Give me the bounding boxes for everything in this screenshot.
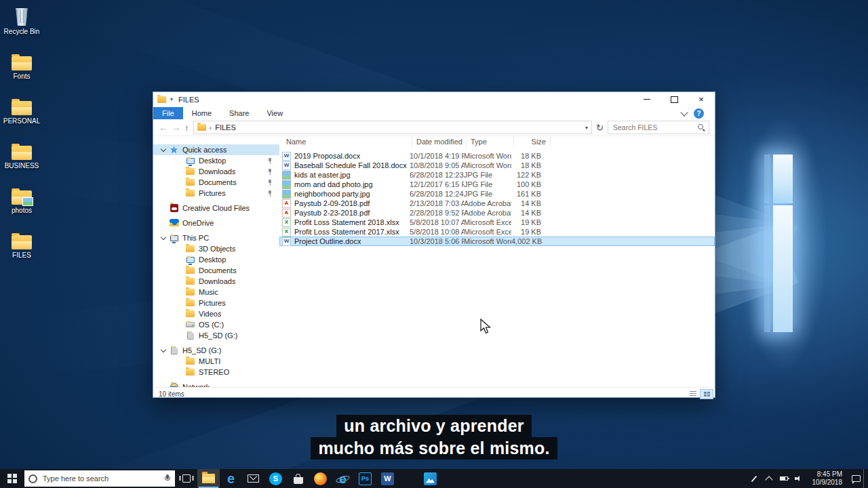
file-row[interactable]: mom and dad photo.jpg 12/1/2017 6:15 PM … (279, 180, 715, 189)
sidebar-item-label: H5_SD (G:) (182, 346, 221, 354)
minimize-button[interactable] (633, 92, 660, 106)
microphone-icon[interactable] (164, 474, 171, 483)
file-glyph: W (284, 163, 290, 168)
expander-icon[interactable] (160, 235, 167, 241)
forward-button[interactable]: → (172, 123, 180, 132)
large-icons-view-button[interactable] (700, 389, 713, 399)
taskbar-app[interactable]: S (264, 469, 287, 488)
file-row[interactable]: W Baseball Schedule Fall 2018.docx 10/8/… (279, 161, 715, 170)
taskbar-app[interactable] (242, 469, 264, 488)
sidebar-item[interactable]: Network (153, 382, 279, 387)
column-header[interactable]: Date modified (412, 136, 467, 147)
desktop-icon[interactable]: Recycle Bin (0, 5, 43, 36)
taskbar-app[interactable]: W (376, 469, 399, 488)
breadcrumb-location[interactable]: FILES (215, 123, 236, 131)
sidebar-item[interactable]: STEREO (153, 367, 279, 378)
sidebar-item[interactable]: Desktop (153, 254, 279, 265)
explorer-app-icon (157, 96, 166, 103)
sidebar-item[interactable]: Documents (153, 265, 279, 276)
close-button[interactable]: × (688, 92, 715, 106)
sidebar-item[interactable]: MULTI (153, 356, 279, 367)
refresh-button[interactable]: ↻ (596, 123, 604, 133)
column-header[interactable]: Size (514, 136, 551, 147)
file-row[interactable]: X Profit Loss Statement 2018.xlsx 5/8/20… (279, 218, 715, 227)
maximize-button[interactable] (660, 92, 688, 106)
ribbon-tab[interactable]: Share (220, 107, 258, 119)
sidebar-item[interactable]: Quick access (153, 144, 279, 155)
expander-icon[interactable] (160, 146, 167, 153)
desktop-icon[interactable]: PERSONAL (0, 95, 43, 125)
file-row[interactable]: W Project Outline.docx 10/3/2018 5:06 PM… (279, 237, 715, 246)
sidebar-item[interactable]: Creative Cloud Files (153, 203, 279, 214)
file-glyph: X (285, 220, 288, 225)
start-button[interactable] (0, 469, 24, 488)
file-row[interactable]: neighborhood party.jpg 6/28/2018 12:24 P… (279, 189, 715, 199)
address-dropdown-icon[interactable]: ▾ (585, 125, 588, 131)
action-center-button[interactable] (848, 469, 863, 488)
sidebar-item[interactable]: Downloads (153, 276, 279, 287)
file-row[interactable]: kids at easter.jpg 6/28/2018 12:23 PM JP… (279, 170, 715, 180)
address-field[interactable]: › FILES ▾ (193, 121, 593, 134)
sidebar-item[interactable]: Documents (153, 177, 279, 188)
sidebar-item[interactable]: H5_SD (G:) (153, 330, 279, 341)
taskbar-app[interactable] (419, 469, 441, 488)
desktop-icon[interactable]: FILES (0, 229, 43, 260)
file-row[interactable]: X Profit Loss Statement 2017.xlsx 5/8/20… (279, 227, 715, 237)
desktop-icon-list: Recycle Bin Fonts PERSONAL BUSINESS (0, 5, 43, 260)
ribbon-tab[interactable]: Home (183, 107, 220, 119)
taskbar-app[interactable] (287, 469, 309, 488)
taskbar-app[interactable]: e (332, 469, 354, 488)
taskbar-search-box[interactable] (24, 470, 175, 487)
file-row[interactable]: A Paystub 2-23-2018.pdf 2/28/2018 9:52 P… (279, 208, 715, 218)
expander-icon[interactable] (160, 347, 167, 354)
details-view-button[interactable] (686, 389, 700, 399)
desktop-icon[interactable]: BUSINESS (0, 140, 43, 170)
desktop-icon[interactable]: Fonts (0, 50, 43, 81)
file-row[interactable]: A Paystub 2-09-2018.pdf 2/13/2018 7:03 A… (279, 199, 715, 208)
sidebar-item[interactable]: This PC (153, 232, 279, 243)
sidebar-item[interactable]: H5_SD (G:) (153, 345, 279, 356)
sidebar-item[interactable]: OneDrive (153, 218, 279, 228)
sidebar-item[interactable]: 3D Objects (153, 243, 279, 254)
pin-icon (267, 180, 273, 186)
sidebar-item[interactable]: OS (C:) (153, 319, 279, 330)
expand-ribbon-icon[interactable] (680, 108, 688, 116)
sidebar-item-icon (185, 266, 195, 275)
pin-icon (267, 190, 273, 197)
pin-icon (267, 158, 273, 164)
desktop-icon[interactable]: photos (0, 184, 43, 215)
sidebar-item-icon (185, 357, 195, 366)
column-header[interactable]: Name (282, 136, 412, 147)
task-view-button[interactable] (175, 469, 197, 488)
column-header[interactable]: Type (467, 136, 514, 147)
pen-tray-button[interactable] (747, 469, 762, 488)
sidebar-item[interactable]: Music (153, 287, 279, 298)
sidebar-item[interactable]: Downloads (153, 166, 279, 177)
sidebar-item[interactable]: Videos (153, 308, 279, 319)
volume-tray-button[interactable] (791, 469, 806, 488)
taskbar-app[interactable]: Ps (354, 469, 376, 488)
sidebar-item-icon (169, 382, 179, 387)
sidebar-item[interactable]: Pictures (153, 188, 279, 199)
taskbar-app[interactable] (309, 469, 332, 488)
show-desktop-button[interactable] (863, 469, 868, 488)
help-icon[interactable]: ? (694, 108, 704, 119)
back-button[interactable]: ← (159, 123, 167, 132)
taskbar-app[interactable] (197, 469, 220, 488)
ribbon-tab[interactable]: View (258, 107, 292, 119)
battery-tray-button[interactable] (776, 469, 791, 488)
quick-access-toolbar-caret-icon[interactable]: ▾ (170, 96, 173, 102)
sidebar-item[interactable]: Desktop (153, 155, 279, 166)
taskbar-app[interactable]: e (220, 469, 242, 488)
search-box[interactable] (608, 121, 709, 134)
ribbon-tab[interactable]: File (153, 107, 183, 119)
taskbar-clock[interactable]: 8:45 PM 10/9/2018 (806, 469, 849, 488)
app-icon (294, 477, 303, 484)
search-input[interactable] (612, 123, 698, 132)
file-row[interactable]: W 2019 Proposal.docx 10/1/2018 4:19 PM M… (279, 151, 715, 161)
taskbar-search-input[interactable] (41, 474, 160, 483)
desktop-icon-label: Fonts (0, 73, 43, 81)
sidebar-item[interactable]: Pictures (153, 298, 279, 308)
show-hidden-icons-button[interactable] (762, 469, 776, 488)
up-button[interactable]: ↑ (184, 123, 189, 132)
